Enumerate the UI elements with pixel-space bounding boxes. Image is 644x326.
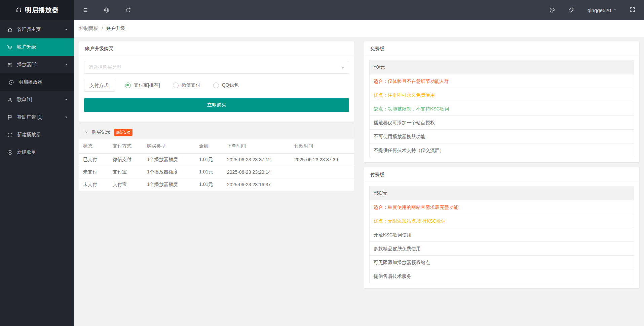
username: qingge520 [588, 7, 611, 13]
record-type: 1个播放器额度 [143, 166, 195, 178]
records-header-row: 状态支付方式购买类型金额下单时间付款时间 [79, 139, 354, 153]
records-col-header: 支付方式 [109, 139, 143, 153]
payment-option-label: 微信支付 [182, 82, 200, 88]
main-area: 控制面板 / 账户升级 账户升级购买 请选择购买类型 支付方式: 支付宝[推荐]… [74, 20, 644, 326]
plan-feature: 多款精品皮肤免费使用 [370, 241, 634, 255]
buy-now-button[interactable]: 立即购买 [84, 98, 349, 112]
plan-feature: 提供售后技术服务 [370, 269, 634, 283]
sidebar-item-admin-home[interactable]: 管理员主页 [0, 21, 74, 38]
sidebar-item-label: 歌单[1] [17, 97, 32, 103]
sidebar-item-account-upgrade[interactable]: 账户升级 [0, 38, 74, 56]
records-col-header: 购买类型 [143, 139, 195, 153]
caret-up-icon [65, 63, 68, 66]
records-row: 未支付支付宝1个播放器额度1.01元2025-06-23 23:16:37 [79, 178, 354, 191]
paid-plan-price: ¥50/元 [370, 186, 634, 200]
record-type: 1个播放器额度 [143, 178, 195, 191]
plan-feature: 不可使用播放器换肤功能 [370, 129, 634, 143]
records-card: 购买记录 最近5次 状态支付方式购买类型金额下单时间付款时间 已支付微信支付1个… [79, 125, 354, 191]
caret-down-icon [65, 116, 68, 119]
records-table-head: 状态支付方式购买类型金额下单时间付款时间 [79, 139, 354, 153]
tag-icon[interactable] [568, 7, 574, 13]
caret-down-icon [65, 28, 68, 31]
paid-plan-body: ¥50/元 适合：重度使用的网站且需求最完整功能优点：无限添加站点,支持KSC歌… [364, 182, 639, 288]
purchase-form: 请选择购买类型 支付方式: 支付宝[推荐]微信支付QQ钱包 立即购买 [79, 56, 354, 122]
record-status: 已支付 [79, 153, 109, 166]
records-row: 未支付支付宝1个播放器额度1.01元2025-06-23 23:20:14 [79, 166, 354, 178]
record-amount: 1.01元 [195, 153, 223, 166]
plan-feature: 可无限添加播放器授权站点 [370, 255, 634, 269]
records-row: 已支付微信支付1个播放器额度1.01元2025-06-23 23:37:1220… [79, 153, 354, 166]
payment-option-2[interactable]: QQ钱包 [213, 82, 239, 88]
user-menu[interactable]: qingge520 [588, 7, 617, 13]
plus-circle-icon [7, 150, 13, 155]
paid-plan-card: 付费版 ¥50/元 适合：重度使用的网站且需求最完整功能优点：无限添加站点,支持… [364, 167, 639, 288]
records-collapse-header[interactable]: 购买记录 最近5次 [79, 125, 354, 139]
app-title: 明启播放器 [25, 6, 59, 14]
sidebar-item-mingqi-player[interactable]: 明启播放器 [0, 73, 74, 91]
breadcrumb: 控制面板 / 账户升级 [74, 20, 644, 37]
select-placeholder: 请选择购买类型 [88, 64, 121, 70]
sidebar-item-label: 赞助广告 [1] [17, 114, 42, 120]
left-column: 账户升级购买 请选择购买类型 支付方式: 支付宝[推荐]微信支付QQ钱包 立即购… [79, 41, 354, 191]
record-amount: 1.01元 [195, 178, 223, 191]
topbar-right-icons [536, 7, 574, 13]
sidebar-item-sponsor-ads[interactable]: 赞助广告 [1] [0, 108, 74, 126]
caret-down-icon [613, 8, 617, 12]
purchase-type-select[interactable]: 请选择购买类型 [84, 61, 349, 74]
payment-option-0[interactable]: 支付宝[推荐] [125, 82, 160, 88]
radio-unchecked-icon [213, 83, 219, 88]
cart-icon [7, 44, 13, 50]
home-icon [7, 27, 13, 33]
palette-icon[interactable] [549, 7, 555, 13]
sidebar: 明启播放器 管理员主页账户升级播放器[1]明启播放器歌单[1]赞助广告 [1]新… [0, 0, 74, 326]
sidebar-item-label: 明启播放器 [18, 79, 42, 85]
record-pay-time [290, 166, 354, 178]
record-method: 支付宝 [109, 166, 143, 178]
sidebar-item-new-playlist[interactable]: 新建歌单 [0, 143, 74, 161]
topbar-right: qingge520 [536, 7, 635, 13]
globe-icon[interactable] [104, 7, 110, 13]
user-icon [7, 97, 13, 103]
plan-feature: 适合：仅体验且不在意细节功能人群 [370, 74, 634, 88]
sidebar-item-new-player[interactable]: 新建播放器 [0, 126, 74, 143]
purchase-card-title: 账户升级购买 [79, 41, 354, 56]
payment-option-label: 支付宝[推荐] [134, 82, 160, 88]
app-logo: 明启播放器 [0, 0, 74, 20]
payment-method-label: 支付方式: [84, 79, 115, 92]
paid-plan-list: ¥50/元 适合：重度使用的网站且需求最完整功能优点：无限添加站点,支持KSC歌… [369, 186, 634, 283]
plan-feature: 开放KSC歌词使用 [370, 228, 634, 241]
plan-feature: 适合：重度使用的网站且需求最完整功能 [370, 200, 634, 214]
fullscreen-button[interactable] [630, 7, 635, 13]
records-col-header: 下单时间 [223, 139, 290, 153]
plan-feature: 不提供任何技术支持（仅交流群） [370, 143, 634, 157]
free-plan-body: ¥0/元 适合：仅体验且不在意细节功能人群优点：注册即可永久免费使用缺点：功能被… [364, 56, 639, 162]
sidebar-item-player[interactable]: 播放器[1] [0, 56, 74, 73]
refresh-icon[interactable] [125, 7, 131, 13]
records-badge: 最近5次 [114, 129, 132, 136]
flag-icon [7, 115, 13, 120]
collapse-icon[interactable] [82, 7, 88, 13]
plan-feature: 优点：无限添加站点,支持KSC歌词 [370, 214, 634, 228]
paid-plan-title: 付费版 [364, 167, 639, 182]
records-title: 购买记录 [92, 129, 111, 135]
caret-down-icon [65, 98, 68, 101]
record-status: 未支付 [79, 166, 109, 178]
purchase-card: 账户升级购买 请选择购买类型 支付方式: 支付宝[推荐]微信支付QQ钱包 立即购… [79, 41, 354, 122]
payment-row: 支付方式: 支付宝[推荐]微信支付QQ钱包 [84, 79, 349, 92]
free-plan-price: ¥0/元 [370, 60, 634, 74]
free-plan-list: ¥0/元 适合：仅体验且不在意细节功能人群优点：注册即可永久免费使用缺点：功能被… [369, 60, 634, 157]
sidebar-item-playlist[interactable]: 歌单[1] [0, 91, 74, 108]
plan-feature: 优点：注册即可永久免费使用 [370, 88, 634, 102]
record-order-time: 2025-06-23 23:20:14 [223, 166, 290, 178]
breadcrumb-current: 账户升级 [106, 26, 125, 32]
record-amount: 1.01元 [195, 166, 223, 178]
plan-feature: 播放器仅可添加一个站点授权 [370, 116, 634, 129]
record-method: 微信支付 [109, 153, 143, 166]
free-plan-card: 免费版 ¥0/元 适合：仅体验且不在意细节功能人群优点：注册即可永久免费使用缺点… [364, 41, 639, 162]
records-col-header: 金额 [195, 139, 223, 153]
breadcrumb-home-link[interactable]: 控制面板 [79, 26, 98, 32]
record-pay-time [290, 178, 354, 191]
select-arrow-icon [341, 67, 344, 69]
free-plan-title: 免费版 [364, 41, 639, 56]
payment-option-1[interactable]: 微信支付 [173, 82, 200, 88]
